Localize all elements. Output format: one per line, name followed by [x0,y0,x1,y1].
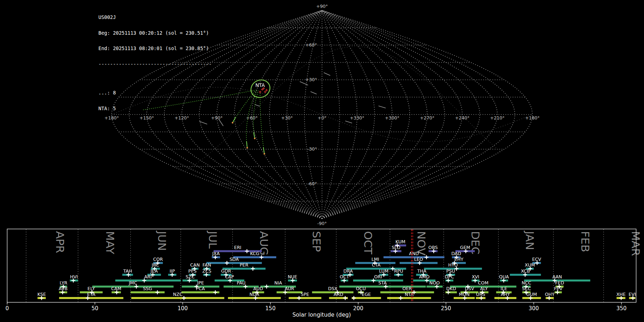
shower-code-AAN: AAN [552,274,562,279]
shower-code-CAM: CAM [111,286,121,291]
shower-code-KUM: KUM [395,239,405,244]
x-tick-label: 100 [177,305,188,312]
shower-code-FEV: FEV [554,286,562,291]
shower-code-OER: OER [402,286,412,291]
shower-code-XUM: XUM [525,262,535,268]
shower-code-ECV: ECV [532,257,541,262]
x-tick-label: 250 [441,305,451,312]
radiant-plus-markers [259,87,268,93]
shower-code-NCC: NCC [522,280,531,286]
shower-code-LYR: LYR [60,280,68,286]
shower-code-ORI: ORI [374,274,382,279]
meridian-line [217,10,322,219]
meteor-trail-solid-end [233,117,236,123]
meteor-radiant-screen: +180°+150°+120°+90°+60°+30°+0°+330°+300°… [0,0,644,322]
shower-code-AND: AND [409,251,419,256]
observation-info-block: US002J Beg: 20251113 00:20:12 (sol = 230… [98,4,212,121]
shower-code-ARD: ARD [334,292,343,297]
shower-code-DAD: DAD [451,251,461,256]
shower-code-SLD: SLD [392,245,401,250]
meridian-line [322,10,445,219]
longitude-label: +0° [318,115,327,121]
month-label: JUL [206,230,219,249]
latitude-label: -30° [307,146,317,152]
shower-code-AHY: AHY [501,292,510,297]
x-tick-label: 150 [265,305,276,312]
x-tick-label: 0 [5,305,9,312]
shower-count: NTA: 5 [98,106,212,111]
shower-code-NTA: NTA [405,292,414,297]
meteor-trail-solid-end [247,141,247,148]
meteor-end-point [247,147,248,149]
shower-code-THA: THA [417,268,426,274]
meteor-end-point [254,138,256,140]
sporadic-trail [255,104,260,106]
shower-code-COM: COM [478,280,488,286]
shower-code-DSV: DSV [465,286,474,291]
meridian-line [322,10,515,219]
shower-code-HYD: HYD [448,262,458,268]
separator-line: --------------------------------------- [98,62,212,67]
meteor-end-point [232,122,234,124]
shower-code-PAU: PAU [237,280,245,286]
x-tick-label: 300 [528,305,539,312]
shower-code-RPU: RPU [394,268,403,274]
shower-code-KSE: KSE [37,292,46,297]
shower-bars: KUMERISLDOBSGEMJXAKCGANDDADCORSDALMILEOE… [37,239,636,300]
shower-code-TAH: TAH [123,268,132,274]
shower-code-NDA: NDA [249,292,259,297]
shower-code-PER: PER [240,262,248,268]
shower-code-AVB: AVB [59,286,68,291]
shower-code-LEO: LEO [414,257,423,262]
end-line: End: 20251113 08:20:01 (sol = 230.85°) [98,46,212,51]
shower-code-KCG: KCG [250,251,259,256]
shower-code-ARI: ARI [144,274,152,279]
shower-code-AUR: AUR [285,286,294,291]
pole-top-label: +90° [316,4,328,9]
longitude-label: +270° [420,115,435,121]
shower-code-JPE: JPE [197,280,204,286]
sporadic-trail [345,121,352,123]
activity-chart: APRMAYJUNJULAUGSEPOCTNOVDECJANFEBMAR KUM… [5,229,642,318]
station-id: US002J [98,15,212,20]
shower-code-OHY: OHY [545,292,555,297]
shower-code-HVI: HVI [70,274,78,279]
sporadic-trail [311,92,317,94]
shower-code-AUD: AUD [253,286,263,291]
current-sol-line [411,229,413,302]
shower-code-OCT: OCT [340,274,350,279]
meteor-end-point [264,153,265,155]
x-axis: 050100150200250300350 [5,302,626,312]
month-label: APR [54,231,67,253]
x-axis-title: Solar longitude (deg) [292,312,351,318]
shower-code-URS: URS [476,292,486,297]
shower-code-MON: MON [459,292,470,297]
shower-code-JEA: JEA [150,268,158,274]
shower-code-OCU: OCU [356,286,366,291]
shower-code-PPS: PPS [188,268,196,274]
shower-code-FAN: FAN [203,262,211,268]
longitude-label: +300° [385,115,400,121]
meteor-trail [260,92,264,154]
shower-code-GDR: GDR [221,268,231,274]
shower-code-CAP: CAP [225,274,234,279]
month-label: JAN [523,230,536,250]
shower-code-ERI: ERI [234,245,241,250]
meteor-trail-solid-end [263,147,264,154]
shower-code-GUM: GUM [526,292,537,297]
month-label: MAY [104,231,117,254]
shower-code-IIP: IIP [170,268,175,274]
sporadic-count: ...: 8 [98,90,212,96]
shower-code-SPE: SPE [301,292,309,297]
shower-code-STA: STA [379,280,387,286]
longitude-label: +240° [455,115,470,121]
begin-line: Beg: 20251113 00:20:12 (sol = 230.51°) [98,30,212,36]
shower-code-LMI: LMI [371,257,379,262]
shower-code-FED: FED [555,280,564,286]
shower-code-NOO: NOO [429,280,440,286]
longitude-label: +210° [490,115,505,121]
shower-code-NUE: NUE [288,274,297,279]
longitude-label: +90° [211,115,223,121]
shower-code-EVI: EVI [629,292,636,297]
shower-code-SDA: SDA [229,257,239,262]
